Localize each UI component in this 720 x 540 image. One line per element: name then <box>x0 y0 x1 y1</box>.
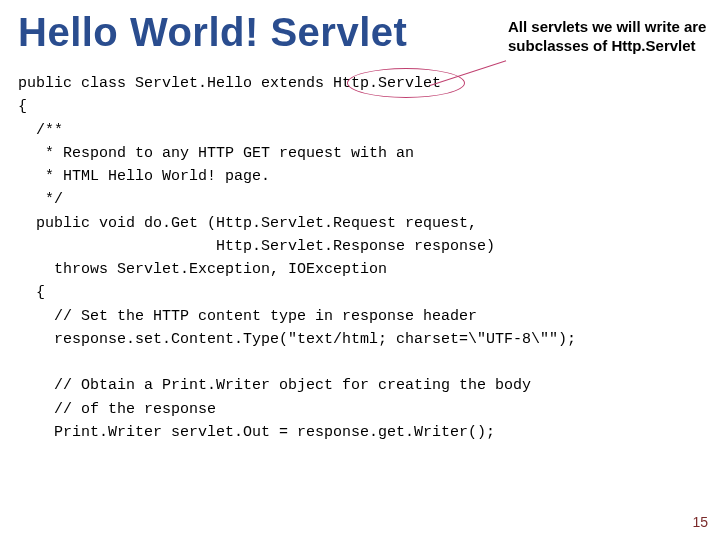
callout-ellipse <box>347 68 465 98</box>
page-number: 15 <box>692 514 708 530</box>
annotation-text: All servlets we will write are subclasse… <box>508 18 708 56</box>
slide-title: Hello World! Servlet <box>18 10 407 55</box>
code-snippet: public class Servlet.Hello extends Http.… <box>18 72 576 444</box>
